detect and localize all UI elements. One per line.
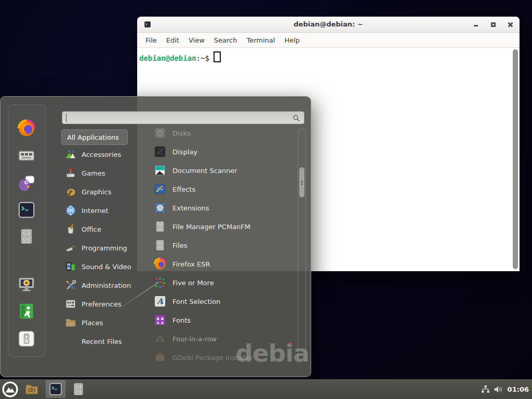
app-effects[interactable]: Effects bbox=[149, 180, 297, 198]
category-label: Preferences bbox=[82, 300, 121, 308]
system-tray: 01:06 bbox=[481, 385, 532, 394]
maximize-button[interactable] bbox=[489, 20, 497, 29]
minimize-button[interactable] bbox=[472, 20, 480, 29]
app-file-manager-pcmanfm[interactable]: File Manager PCManFM bbox=[149, 217, 297, 236]
favorite-pidgin[interactable] bbox=[18, 174, 35, 192]
svg-text:A: A bbox=[156, 297, 164, 306]
app-label: Files bbox=[172, 242, 188, 249]
category-games[interactable]: Games bbox=[61, 164, 139, 182]
app-display[interactable]: Display bbox=[149, 142, 297, 161]
favorite-firefox[interactable] bbox=[18, 119, 35, 137]
prompt-suffix: :~$ bbox=[196, 54, 209, 62]
graphics-icon bbox=[65, 186, 76, 197]
menubar-item-file[interactable]: File bbox=[141, 36, 162, 44]
category-list: All ApplicationsAccessoriesGamesGraphics… bbox=[61, 129, 139, 351]
category-accessories[interactable]: Accessories bbox=[61, 145, 139, 164]
app-files[interactable]: Files bbox=[149, 236, 297, 255]
internet-icon bbox=[65, 205, 76, 216]
file-manager-launcher[interactable]: [D] bbox=[24, 382, 39, 396]
category-all-applications[interactable]: All Applications bbox=[61, 129, 128, 145]
file-cabinet-icon bbox=[18, 228, 35, 245]
fonts-icon: a aa a bbox=[154, 314, 166, 326]
category-programming[interactable]: Programming bbox=[61, 238, 139, 257]
category-office[interactable]: Office bbox=[61, 220, 139, 238]
app-document-scanner[interactable]: Document Scanner bbox=[149, 161, 297, 180]
application-list: DisksDisplayDocument ScannerEffectsExten… bbox=[149, 124, 297, 367]
extensions-icon bbox=[154, 202, 166, 214]
category-label: Graphics bbox=[82, 188, 111, 196]
category-internet[interactable]: Internet bbox=[61, 201, 139, 220]
terminal-menubar: FileEditViewSearchTerminalHelp bbox=[137, 33, 520, 48]
category-label: Administration bbox=[82, 282, 131, 289]
category-label: Accessories bbox=[82, 151, 121, 158]
prompt-user: debian@debian bbox=[139, 54, 196, 62]
display-icon bbox=[154, 145, 166, 158]
app-label: Five or More bbox=[172, 279, 214, 287]
favorite-shut-down[interactable] bbox=[18, 330, 35, 348]
favorite-file-manager[interactable] bbox=[18, 228, 35, 245]
favorite-lock-screen[interactable] bbox=[18, 275, 35, 293]
app-list-scrollbar[interactable] bbox=[298, 128, 306, 362]
terminal-cursor bbox=[214, 51, 221, 62]
category-administration[interactable]: Administration bbox=[61, 276, 139, 295]
effects-icon bbox=[154, 183, 166, 195]
category-label: Places bbox=[82, 319, 103, 327]
shutdown-icon bbox=[18, 330, 35, 348]
terminal-task-button[interactable] bbox=[46, 380, 65, 398]
menubar-item-view[interactable]: View bbox=[184, 36, 209, 44]
menubar-item-search[interactable]: Search bbox=[209, 36, 242, 44]
administration-icon bbox=[65, 280, 76, 291]
app-label: Display bbox=[172, 148, 197, 156]
application-menu: All ApplicationsAccessoriesGamesGraphics… bbox=[0, 96, 311, 377]
category-graphics[interactable]: Graphics bbox=[61, 182, 139, 201]
terminal-scrollbar[interactable] bbox=[512, 49, 518, 269]
app-extensions[interactable]: Extensions bbox=[149, 198, 297, 217]
window-controls bbox=[472, 20, 514, 29]
close-button[interactable] bbox=[506, 20, 514, 29]
terminal-titlebar[interactable]: debian@debian: ~ bbox=[137, 17, 520, 33]
favorite-log-out[interactable] bbox=[18, 302, 35, 320]
svg-text:a a: a a bbox=[156, 321, 164, 325]
terminal-scrollbar-thumb[interactable] bbox=[513, 49, 518, 269]
category-places[interactable]: Places bbox=[61, 313, 139, 332]
search-input[interactable] bbox=[65, 113, 291, 124]
preferences-icon bbox=[65, 298, 76, 310]
app-disks[interactable]: Disks bbox=[149, 124, 297, 142]
app-list-scrollbar-thumb[interactable] bbox=[299, 167, 304, 197]
app-firefox-esr[interactable]: Firefox ESR bbox=[149, 255, 297, 273]
app-label: Disks bbox=[172, 129, 191, 137]
terminal-icon bbox=[49, 382, 62, 396]
app-font-selection[interactable]: AFont Selection bbox=[149, 292, 297, 311]
svg-text:[D]: [D] bbox=[28, 388, 36, 393]
category-label: Internet bbox=[82, 207, 109, 215]
category-preferences[interactable]: Preferences bbox=[61, 295, 139, 313]
search-box[interactable] bbox=[62, 111, 304, 124]
file-cabinet-icon bbox=[154, 220, 166, 233]
app-fonts[interactable]: a aa aFonts bbox=[149, 311, 297, 329]
app-label: Four-in-a-row bbox=[172, 335, 217, 343]
category-label: All Applications bbox=[67, 134, 119, 141]
favorite-terminal[interactable] bbox=[18, 201, 35, 219]
files-task-button[interactable] bbox=[71, 382, 86, 396]
window-title: debian@debian: ~ bbox=[137, 17, 520, 32]
scrollbar-grip bbox=[301, 181, 303, 182]
network-icon[interactable] bbox=[481, 385, 490, 394]
clock[interactable]: 01:06 bbox=[508, 385, 529, 393]
app-five-or-more[interactable]: Five or More bbox=[149, 273, 297, 292]
favorite-software[interactable] bbox=[18, 147, 35, 164]
menubar-item-help[interactable]: Help bbox=[280, 36, 304, 44]
app-label: Extensions bbox=[172, 204, 209, 212]
file-cabinet-icon bbox=[154, 239, 166, 251]
app-label: Document Scanner bbox=[172, 167, 237, 175]
category-recent-files[interactable]: Recent Files bbox=[61, 332, 139, 351]
places-icon bbox=[65, 317, 76, 328]
category-label: Recent Files bbox=[82, 338, 122, 345]
menu-button[interactable] bbox=[2, 381, 19, 398]
category-sound-video[interactable]: Sound & Video bbox=[61, 257, 139, 276]
volume-icon[interactable] bbox=[494, 385, 502, 394]
terminal-icon bbox=[18, 201, 35, 219]
menubar-item-edit[interactable]: Edit bbox=[162, 36, 184, 44]
games-icon bbox=[65, 167, 76, 179]
menubar-item-terminal[interactable]: Terminal bbox=[242, 36, 280, 44]
desktop: debian@debian: ~ FileEditViewSearchTermi… bbox=[0, 0, 532, 399]
